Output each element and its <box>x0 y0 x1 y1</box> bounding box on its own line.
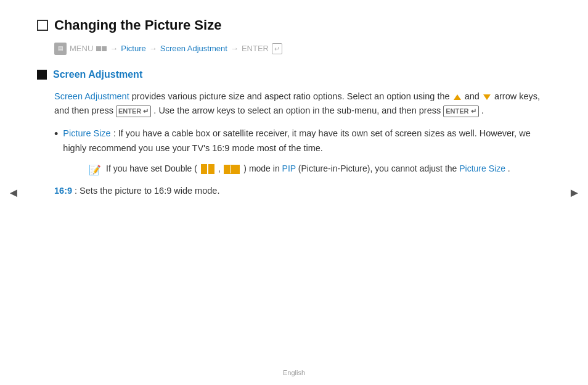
note-comma: , <box>218 164 221 173</box>
note-text: If you have set Double ( , ) mode in PIP… <box>106 162 510 175</box>
note-text-5: . <box>508 164 510 173</box>
path-arrow-1: → <box>110 43 118 55</box>
title-checkbox <box>37 20 48 31</box>
ratio-label: 16:9 <box>54 186 72 196</box>
bullet-content: Picture Size : If you have a cable box o… <box>63 126 551 155</box>
menu-path: ▤ MENU → Picture → Screen Adjustment → E… <box>54 43 551 55</box>
path-enter: ENTER <box>242 43 269 55</box>
path-screen-adjustment[interactable]: Screen Adjustment <box>160 43 227 55</box>
note-text-4: (Picture-in-Picture), you cannot adjust … <box>298 164 459 173</box>
section-bullet-square <box>37 70 47 80</box>
note-pencil-icon: 📝 <box>89 163 101 178</box>
note-text-1: If you have set Double ( <box>106 164 197 173</box>
bullet-section: • Picture Size : If you have a cable box… <box>54 126 551 177</box>
title-row: Changing the Picture Size <box>37 15 551 35</box>
bullet-item-picture-size: • Picture Size : If you have a cable box… <box>54 126 551 155</box>
section-title: Screen Adjustment <box>53 67 142 82</box>
body-text-3: . Use the arrow keys to select an option… <box>153 106 443 115</box>
note-text-3: ) mode in <box>243 164 282 173</box>
path-arrow-3: → <box>231 43 239 55</box>
arrow-down-icon <box>483 94 491 100</box>
path-enter-box: ↵ <box>272 43 282 55</box>
note-section: 📝 If you have set Double ( , ) mode in P… <box>89 162 551 178</box>
page-title: Changing the Picture Size <box>54 15 221 35</box>
body-text: Screen Adjustment provides various pictu… <box>54 89 551 118</box>
arrow-up-icon <box>454 94 461 100</box>
yellow-double-box-1 <box>201 164 214 174</box>
screen-adjustment-link[interactable]: Screen Adjustment <box>54 91 129 101</box>
picture-size-link[interactable]: Picture Size <box>63 128 110 138</box>
ratio-text: : Sets the picture to 16:9 wide mode. <box>75 186 219 196</box>
path-picture[interactable]: Picture <box>121 43 145 55</box>
and-text: and <box>465 91 482 101</box>
body-text-end: . <box>481 106 484 115</box>
menu-icon: ▤ <box>54 43 67 55</box>
section-header: Screen Adjustment <box>37 67 551 82</box>
bullet-text: : If you have a cable box or satellite r… <box>63 128 530 152</box>
pip-link[interactable]: PIP <box>282 164 296 173</box>
path-arrow-2: → <box>149 43 157 55</box>
enter-inline-2: ENTER ↵ <box>443 106 478 118</box>
enter-inline-1: ENTER ↵ <box>116 106 151 118</box>
bullet-dot: • <box>54 126 58 155</box>
picture-size-link-2[interactable]: Picture Size <box>459 164 505 173</box>
footer: English <box>283 368 305 378</box>
yellow-wide-box <box>224 165 240 174</box>
body-text-1: provides various picture size and aspect… <box>132 91 450 101</box>
menu-label: MENU <box>70 43 93 55</box>
ratio-section: 16:9 : Sets the picture to 16:9 wide mod… <box>54 184 551 198</box>
footer-language: English <box>283 369 305 376</box>
